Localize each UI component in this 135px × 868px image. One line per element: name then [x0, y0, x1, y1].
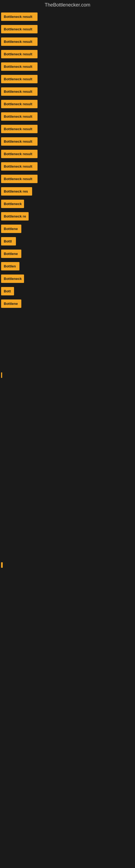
bottleneck-row-2: Bottleneck result [0, 23, 135, 35]
bottleneck-badge-2[interactable]: Bottleneck result [1, 25, 38, 33]
bottleneck-row-6: Bottleneck result [0, 73, 135, 85]
bottleneck-badge-21[interactable]: Bottlen [1, 262, 19, 271]
bottleneck-badge-20[interactable]: Bottlene [1, 250, 21, 258]
bottleneck-badge-3[interactable]: Bottleneck result [1, 37, 38, 46]
bottleneck-badge-15[interactable]: Bottleneck res [1, 187, 32, 195]
bottleneck-row-9: Bottleneck result [0, 111, 135, 122]
bottleneck-badge-10[interactable]: Bottleneck result [1, 125, 38, 133]
bottleneck-row-24: Bottlene [0, 298, 135, 310]
bottleneck-badge-18[interactable]: Bottlene [1, 225, 21, 233]
bottleneck-row-3: Bottleneck result [0, 35, 135, 48]
site-title: TheBottlenecker.com [0, 0, 135, 10]
small-indicator-2 [1, 562, 3, 568]
bottleneck-row-8: Bottleneck result [0, 98, 135, 110]
bottleneck-row-21: Bottlen [0, 260, 135, 272]
bottleneck-row-19: Bottl [0, 235, 135, 247]
bottleneck-badge-24[interactable]: Bottlene [1, 300, 21, 308]
bottleneck-badge-1[interactable]: Bottleneck result [1, 12, 38, 21]
bottleneck-row-10: Bottleneck result [0, 123, 135, 135]
bottleneck-row-13: Bottleneck result [0, 160, 135, 172]
bottleneck-badge-17[interactable]: Bottleneck re [1, 212, 29, 220]
bottleneck-badge-16[interactable]: Bottleneck [1, 199, 24, 208]
bottleneck-row-18: Bottlene [0, 223, 135, 235]
bottleneck-row-14: Bottleneck result [0, 173, 135, 185]
bottleneck-row-4: Bottleneck result [0, 48, 135, 60]
bottleneck-row-12: Bottleneck result [0, 148, 135, 160]
bottleneck-row-5: Bottleneck result [0, 61, 135, 72]
bottleneck-badge-8[interactable]: Bottleneck result [1, 100, 38, 108]
bottleneck-row-23: Bott [0, 285, 135, 297]
bottleneck-badge-9[interactable]: Bottleneck result [1, 112, 38, 121]
bottleneck-row-15: Bottleneck res [0, 185, 135, 197]
page-wrapper: TheBottlenecker.com Bottleneck resultBot… [0, 0, 135, 868]
bottleneck-badge-6[interactable]: Bottleneck result [1, 75, 38, 83]
bottleneck-row-20: Bottlene [0, 248, 135, 259]
bottleneck-row-16: Bottleneck [0, 198, 135, 210]
bottleneck-row-17: Bottleneck re [0, 210, 135, 222]
bottleneck-row-22: Bottleneck [0, 273, 135, 284]
bottleneck-badge-23[interactable]: Bott [1, 287, 14, 296]
bottleneck-badge-4[interactable]: Bottleneck result [1, 50, 38, 58]
bottleneck-row-1: Bottleneck result [0, 10, 135, 23]
bottleneck-badge-12[interactable]: Bottleneck result [1, 150, 38, 158]
bottleneck-badge-11[interactable]: Bottleneck result [1, 137, 38, 146]
bottleneck-badge-5[interactable]: Bottleneck result [1, 62, 38, 71]
bottleneck-row-7: Bottleneck result [0, 86, 135, 97]
bottleneck-badge-19[interactable]: Bottl [1, 237, 16, 246]
bottleneck-badge-13[interactable]: Bottleneck result [1, 162, 38, 170]
small-indicator [1, 372, 2, 378]
bottleneck-badge-22[interactable]: Bottleneck [1, 275, 24, 283]
bottleneck-row-11: Bottleneck result [0, 135, 135, 147]
bottleneck-badge-14[interactable]: Bottleneck result [1, 175, 38, 183]
bottleneck-list: Bottleneck resultBottleneck resultBottle… [0, 10, 135, 310]
bottleneck-badge-7[interactable]: Bottleneck result [1, 87, 38, 96]
